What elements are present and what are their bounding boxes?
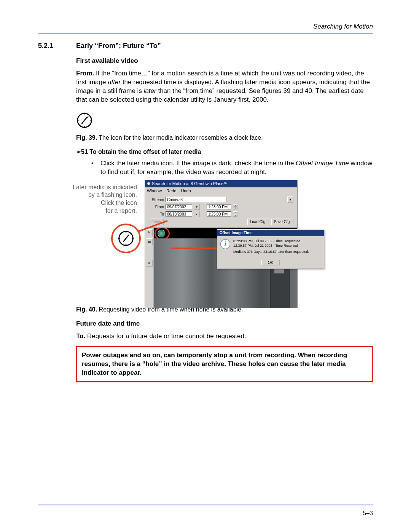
to-date-dropdown[interactable]: ▼ [194, 211, 200, 217]
menu-undo[interactable]: Undo [181, 188, 191, 194]
warning-note-box: Power outages and so on, can temporarily… [76, 346, 373, 382]
window-title: Search for Motion at 8 Gershwin Place™ [152, 181, 228, 187]
from-time-field[interactable]: 1:23:00 PM [207, 204, 231, 209]
from-date-dropdown[interactable]: ▼ [194, 204, 200, 210]
figure-40: Later media is indicated by a flashing i… [61, 180, 327, 302]
window-titlebar[interactable]: ✸ Search for Motion at 8 Gershwin Place™ [145, 180, 297, 187]
tool-icon[interactable]: ✎ [146, 229, 153, 236]
svg-rect-1 [84, 113, 85, 115]
menu-redo[interactable]: Redo [166, 188, 176, 194]
paragraph-to: To. Requests for a future date or time c… [76, 332, 373, 341]
svg-rect-4 [91, 120, 92, 121]
subheading-first-available: First available video [76, 57, 373, 66]
save-cfg-button[interactable]: Save Cfg. [271, 219, 293, 225]
app-icon: ✸ [147, 181, 150, 187]
running-header: Searching for Motion [38, 23, 373, 30]
fig39-caption: Fig. 39. The icon for the later media in… [76, 134, 373, 142]
text-line: 12:39:57 PM, Jul 21 2003 - Time Received [233, 244, 309, 248]
video-sidebar: ✎ ▦ ≡ [145, 228, 154, 308]
form-area: Stream Camera3 ▼ From 09/07/2002 ▼ 1:23:… [145, 194, 297, 228]
from-time-spinner[interactable]: ▲▼ [233, 204, 237, 209]
load-cfg-button[interactable]: Load Cfg. [247, 219, 269, 225]
label-from: From [149, 204, 164, 210]
to-date-field[interactable]: 08/10/2003 [166, 211, 192, 217]
section-number: 5.2.1 [38, 42, 76, 50]
svg-rect-8 [126, 231, 127, 233]
tool-icon[interactable]: ≡ [146, 260, 153, 267]
text: Click the later media icon. If the image… [100, 160, 296, 167]
text-line: 01:23:00 PM, Jul 09 2002 - Time Requeste… [233, 239, 309, 244]
italic-later: later [144, 87, 156, 94]
later-media-icon[interactable] [158, 230, 165, 237]
clock-icon [76, 112, 93, 129]
bullet-item: • Click the later media icon. If the ima… [91, 159, 373, 177]
procedure-heading: ➢51 To obtain the time offset of later m… [76, 148, 373, 156]
svg-rect-3 [77, 120, 79, 121]
svg-rect-9 [126, 244, 127, 246]
italic-offset: Offset Image Time [296, 160, 349, 167]
dialog-title[interactable]: Offset Image Time [217, 230, 324, 236]
annot-line: by a flashing icon. [88, 192, 137, 198]
fig-text: The icon for the later media indicator r… [97, 134, 263, 141]
menubar: Window Redo Undo [145, 187, 297, 195]
menu-window[interactable]: Window [147, 188, 162, 194]
tool-icon[interactable]: ▦ [146, 238, 153, 245]
stream-dropdown[interactable]: ▼ [287, 197, 293, 203]
stream-field[interactable]: Camera3 [166, 197, 226, 202]
to-time-spinner[interactable]: ▲▼ [233, 211, 237, 217]
page-number: 5–3 [363, 510, 373, 517]
annotation-text: Later media is indicated by a flashing i… [61, 184, 137, 215]
magnified-clock-icon [111, 224, 141, 253]
info-icon: i [220, 239, 230, 249]
proc-num: 51 [81, 149, 88, 155]
section-title: Early “From”; Future “To” [76, 42, 161, 50]
bullet-icon: • [91, 159, 100, 177]
lead-to: To. [76, 332, 85, 340]
header-rule [38, 34, 373, 34]
label-stream: Stream [149, 197, 164, 203]
to-time-field[interactable]: 1:25:00 PM [207, 211, 231, 217]
svg-rect-11 [132, 238, 134, 239]
lead-from: From. [76, 70, 94, 77]
callout-arrow [171, 248, 223, 249]
from-date-field[interactable]: 09/07/2002 [166, 204, 192, 209]
offset-image-time-dialog: Offset Image Time i 01:23:00 PM, Jul 09 … [217, 229, 324, 269]
label-to: To [149, 212, 164, 217]
text: Requests for a future date or time canno… [85, 332, 246, 340]
subheading-future: Future date and time [76, 320, 373, 328]
svg-rect-10 [118, 238, 120, 239]
annot-line: for a report. [105, 208, 137, 214]
italic-after: after [108, 78, 121, 86]
svg-rect-2 [84, 126, 85, 128]
annot-line: Click the icon [101, 200, 137, 206]
proc-title: To obtain the time offset of later media [88, 149, 201, 155]
text-line: Media is 376 Days, 23:16:57 later than r… [233, 250, 309, 254]
fig-label: Fig. 40. [76, 306, 97, 313]
dialog-message: 01:23:00 PM, Jul 09 2002 - Time Requeste… [233, 239, 309, 256]
annot-line: Later media is indicated [73, 184, 137, 190]
paragraph-from: From. If the “from time…” for a motion s… [76, 69, 373, 104]
ok-button[interactable]: OK [261, 260, 280, 265]
arrow-icon: ➢ [76, 149, 81, 155]
footer-rule [38, 505, 373, 505]
fig-label: Fig. 39. [76, 134, 97, 141]
